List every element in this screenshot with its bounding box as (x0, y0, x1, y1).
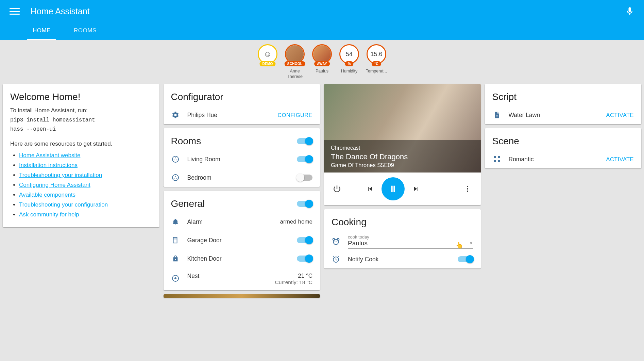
media-card: Chromecast The Dance Of Dragons Game Of … (324, 84, 481, 205)
chevron-down-icon: ▼ (469, 241, 473, 246)
svg-rect-22 (496, 116, 498, 116)
cooking-card: Cooking cook today Paulus▼ 👆 Notify Cook (324, 209, 481, 268)
avatar (286, 45, 304, 63)
link-website[interactable]: Home Assistant website (19, 152, 80, 159)
svg-point-7 (176, 178, 177, 179)
nest-current: Currently: 18 °C (275, 279, 312, 285)
link-components[interactable]: Available components (19, 192, 75, 198)
bedroom-toggle[interactable] (297, 175, 312, 181)
gear-icon (171, 111, 180, 119)
svg-rect-21 (496, 115, 498, 115)
media-device: Chromecast (331, 145, 474, 151)
media-cover[interactable]: Chromecast The Dance Of Dragons Game Of … (324, 84, 481, 173)
cmd2: hass --open-ui (10, 125, 152, 134)
link-install[interactable]: Installation instructions (19, 162, 78, 168)
bell-icon (171, 217, 180, 226)
alarm-clock-icon (332, 255, 340, 264)
badge-anne[interactable]: SCHOOL Anne Therese (284, 44, 306, 79)
link-troubleshoot-install[interactable]: Troubleshooting your installation (19, 172, 102, 178)
next-button[interactable] (411, 183, 422, 194)
room-living[interactable]: Living Room (187, 156, 290, 163)
mic-button[interactable] (625, 6, 634, 16)
rooms-card: Rooms Living Room Bedroom (164, 128, 320, 187)
tabs: HOME ROOMS (0, 22, 644, 40)
svg-point-13 (467, 188, 468, 190)
svg-rect-8 (173, 237, 177, 243)
install-text: To install Home Assistant, run: (10, 106, 152, 116)
link-community[interactable]: Ask community for help (19, 211, 79, 218)
lock-icon (171, 254, 180, 263)
kitchen-door-label[interactable]: Kitchen Door (187, 255, 290, 262)
tab-rooms[interactable]: ROOMS (68, 22, 102, 40)
svg-point-5 (175, 176, 176, 177)
smiley-icon: ☺ (264, 49, 272, 59)
general-group-toggle[interactable] (297, 201, 312, 207)
svg-point-6 (173, 178, 174, 179)
menu-button[interactable] (10, 6, 20, 16)
scene-card: Scene Romantic ACTIVATE (485, 128, 642, 168)
room-icon (171, 155, 180, 164)
configurator-title: Configurator (164, 84, 320, 106)
cmd1: pip3 install homeassistant (10, 116, 152, 125)
svg-point-17 (337, 239, 339, 240)
notify-cook-label[interactable]: Notify Cook (348, 256, 450, 263)
svg-point-2 (173, 160, 174, 161)
badge-row: ☺DEMO SCHOOL Anne Therese AWAY Paulus 54… (0, 40, 644, 81)
svg-point-11 (174, 277, 176, 279)
svg-point-14 (467, 191, 468, 192)
room-bedroom[interactable]: Bedroom (187, 174, 290, 181)
general-title: General (171, 198, 297, 209)
badge-paulus[interactable]: AWAY Paulus (311, 44, 333, 79)
svg-point-0 (172, 156, 179, 162)
svg-point-4 (172, 175, 179, 181)
more-button[interactable] (462, 183, 473, 194)
room-icon (171, 173, 180, 182)
badge-temperature[interactable]: 15.6°C Temperat... (365, 44, 388, 79)
media-title: The Dance Of Dragons (331, 152, 474, 161)
prev-button[interactable] (365, 183, 375, 194)
activate-scene-button[interactable]: ACTIVATE (606, 156, 634, 163)
power-button[interactable] (332, 183, 342, 194)
rooms-title: Rooms (171, 136, 297, 147)
link-configuring[interactable]: Configuring Home Assistant (19, 182, 90, 188)
scene-item[interactable]: Romantic (509, 156, 599, 163)
svg-point-19 (337, 241, 337, 242)
badge-demo[interactable]: ☺DEMO (256, 44, 279, 79)
welcome-title: Welcome Home! (3, 84, 159, 106)
cursor-icon: 👆 (456, 242, 463, 249)
activate-script-button[interactable]: ACTIVATE (606, 112, 634, 118)
scene-icon (492, 155, 501, 164)
avatar (313, 45, 331, 63)
configure-button[interactable]: CONFIGURE (277, 112, 312, 118)
script-item[interactable]: Water Lawn (509, 112, 599, 119)
nest-target: 21 °C (275, 273, 312, 279)
badge-humidity[interactable]: 54% Humidity (338, 44, 360, 79)
pause-button[interactable] (382, 177, 405, 200)
alarm-label[interactable]: Alarm (187, 218, 273, 226)
configurator-item[interactable]: Philips Hue (187, 112, 270, 119)
script-card: Script Water Lawn ACTIVATE (485, 84, 642, 124)
scene-title: Scene (485, 128, 642, 150)
notify-cook-toggle[interactable] (458, 256, 473, 262)
garage-toggle[interactable] (297, 237, 312, 243)
svg-point-16 (333, 239, 335, 240)
rooms-group-toggle[interactable] (297, 138, 312, 144)
tab-home[interactable]: HOME (27, 22, 56, 40)
general-card: General Alarm armed home Garage Door Kit… (164, 191, 320, 290)
svg-point-1 (175, 158, 176, 159)
media-subtitle: Game Of Thrones S5E09 (331, 162, 474, 168)
garage-label[interactable]: Garage Door (187, 237, 290, 244)
svg-point-12 (467, 186, 468, 187)
configurator-card: Configurator Philips Hue CONFIGURE (164, 84, 320, 124)
nest-label[interactable]: Nest (187, 273, 268, 280)
link-troubleshoot-config[interactable]: Troubleshooting your configuration (19, 201, 108, 208)
thermostat-icon (171, 274, 180, 283)
alarm-status: armed home (280, 218, 312, 225)
image-card (164, 294, 320, 298)
resources-text: Here are some resources to get started. (10, 139, 152, 149)
kitchen-door-toggle[interactable] (297, 256, 312, 262)
living-room-toggle[interactable] (297, 156, 312, 162)
garage-icon (171, 236, 180, 245)
cook-today-select[interactable]: cook today Paulus▼ 👆 (348, 234, 473, 249)
app-title: Home Assistant (31, 6, 90, 16)
